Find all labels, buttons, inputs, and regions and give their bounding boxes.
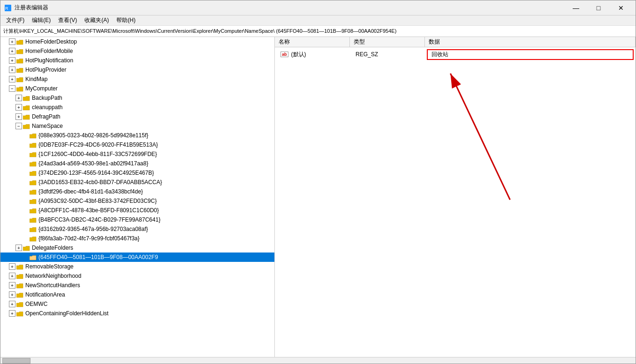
folder-icon bbox=[16, 76, 24, 82]
horizontal-scrollbar[interactable] bbox=[0, 357, 636, 364]
expand-btn[interactable]: + bbox=[9, 67, 15, 73]
expand-btn[interactable]: + bbox=[9, 48, 15, 54]
tree-item[interactable]: {3dfdf296-dbec-4fb4-81d1-6a3438bcf4de} bbox=[0, 187, 274, 196]
tree-item[interactable]: (645FFO40—5081—101B—9F08—00AA002F9 bbox=[0, 253, 274, 262]
expand-btn[interactable]: + bbox=[15, 95, 22, 101]
svg-marker-4 bbox=[16, 59, 23, 63]
svg-marker-16 bbox=[30, 171, 36, 176]
folder-icon bbox=[23, 95, 30, 101]
folder-icon bbox=[16, 273, 24, 279]
folder-icon bbox=[16, 67, 24, 73]
window-title: 注册表编辑器 bbox=[15, 4, 565, 12]
tree-item[interactable]: + HomeFolderDesktop bbox=[0, 37, 274, 46]
tree-item[interactable]: + OpenContainingFolderHiddenList bbox=[0, 309, 274, 318]
expand-btn[interactable]: + bbox=[15, 245, 22, 251]
ab-icon: ab bbox=[280, 52, 288, 57]
tree-item[interactable]: + RemovableStorage bbox=[0, 262, 274, 271]
svg-marker-8 bbox=[23, 96, 30, 101]
tree-label: NewShortcutHandlers bbox=[25, 282, 80, 289]
tree-label: {f86fa3ab-70d2-4fc7-9c99-fcbf05467f3a} bbox=[38, 235, 140, 242]
tree-item[interactable]: + HomeFolderMobile bbox=[0, 46, 274, 56]
tree-item[interactable]: + HotPlugProvider bbox=[0, 65, 274, 74]
tree-item[interactable]: {3ADD1653-EB32-4cb0-BBD7-DFA0ABB5ACCA} bbox=[0, 178, 274, 187]
tree-item[interactable]: {B4BFCC3A-DB2C-424C-B029-7FE99A87C641} bbox=[0, 215, 274, 224]
tree-item[interactable]: + DelegateFolders bbox=[0, 243, 274, 253]
expand-btn[interactable]: + bbox=[15, 113, 22, 120]
expand-btn[interactable]: + bbox=[9, 263, 15, 270]
svg-marker-7 bbox=[16, 87, 23, 91]
expand-btn[interactable]: + bbox=[15, 104, 22, 111]
expand-btn[interactable]: + bbox=[9, 57, 15, 64]
tree-item[interactable]: + NewShortcutHandlers bbox=[0, 281, 274, 290]
registry-row[interactable]: ab (默认) REG_SZ 回收站 bbox=[275, 49, 636, 59]
tree-label: {B4BFCC3A-DB2C-424C-B029-7FE99A87C641} bbox=[38, 216, 160, 223]
tree-label: {d3162b92-9365-467a-956b-92703aca08af} bbox=[38, 226, 148, 232]
tree-label: BackupPath bbox=[32, 95, 62, 101]
folder-icon bbox=[30, 217, 37, 223]
tree-item[interactable]: {A8CDFF1C-4878-43be-B5FD-F8091C1C60D0} bbox=[0, 206, 274, 215]
tree-item[interactable]: + OEMWC bbox=[0, 299, 274, 309]
svg-text:R: R bbox=[5, 6, 8, 11]
menu-view[interactable]: 查看(V) bbox=[54, 15, 81, 25]
right-content: ab (默认) REG_SZ 回收站 bbox=[275, 47, 636, 357]
folder-icon bbox=[16, 292, 24, 298]
expand-btn[interactable]: + bbox=[9, 291, 15, 298]
reg-type-cell: REG_SZ bbox=[352, 51, 427, 58]
maximize-button[interactable]: □ bbox=[588, 0, 609, 15]
tree-label: HotPlugNotification bbox=[25, 57, 73, 64]
tree-label: DefragPath bbox=[32, 113, 61, 120]
tree-item[interactable]: + DefragPath bbox=[0, 112, 274, 121]
expand-btn[interactable]: + bbox=[9, 273, 15, 279]
col-header-type: 类型 bbox=[350, 37, 425, 47]
tree-item[interactable]: {0DB7E03F-FC29-4DC6-9020-FF41B59E513A} bbox=[0, 140, 274, 149]
tree-label: (645FFO40—5081—101B—9F08—00AA002F9 bbox=[38, 254, 158, 260]
menu-favorites[interactable]: 收藏夹(A) bbox=[81, 15, 113, 25]
collapse-btn[interactable]: − bbox=[15, 123, 22, 129]
expand-btn[interactable]: + bbox=[9, 38, 15, 45]
tree-item[interactable]: + cleanuppath bbox=[0, 103, 274, 112]
tree-item[interactable]: − NameSpace bbox=[0, 121, 274, 131]
folder-icon bbox=[30, 198, 37, 204]
tree-item[interactable]: {f86fa3ab-70d2-4fc7-9c99-fcbf05467f3a} bbox=[0, 234, 274, 243]
tree-item[interactable]: + BackupPath bbox=[0, 93, 274, 103]
tree-label: {0DB7E03F-FC29-4DC6-9020-FF41B59E513A} bbox=[38, 141, 158, 148]
expand-btn[interactable]: + bbox=[9, 310, 15, 317]
svg-marker-20 bbox=[30, 208, 36, 213]
tree-item[interactable]: {24ad3ad4-a569-4530-98e1-ab02f9417aa8} bbox=[0, 159, 274, 168]
tree-label: {24ad3ad4-a569-4530-98e1-ab02f9417aa8} bbox=[38, 160, 148, 167]
reg-name-cell: ab (默认) bbox=[277, 51, 352, 59]
tree-item[interactable]: {A0953C92-50DC-43bf-BE83-3742FED03C9C} bbox=[0, 196, 274, 206]
tree-item[interactable]: − MyComputer bbox=[0, 84, 274, 93]
scrollbar-thumb[interactable] bbox=[2, 358, 30, 364]
svg-marker-3 bbox=[16, 49, 23, 54]
tree-item[interactable]: {374DE290-123F-4565-9164-39C4925E467B} bbox=[0, 168, 274, 178]
expand-btn[interactable]: + bbox=[9, 282, 15, 289]
menu-edit[interactable]: 编辑(E) bbox=[28, 15, 54, 25]
tree-label: {374DE290-123F-4565-9164-39C4925E467B} bbox=[38, 170, 154, 176]
right-pane: 名称 类型 数据 ab (默认) REG_SZ 回收站 bbox=[275, 37, 636, 357]
collapse-btn[interactable]: − bbox=[9, 85, 15, 92]
expand-btn[interactable]: + bbox=[9, 301, 15, 307]
menu-help[interactable]: 帮助(H) bbox=[113, 15, 139, 25]
folder-icon bbox=[30, 208, 37, 214]
tree-item[interactable]: + HotPlugNotification bbox=[0, 56, 274, 65]
minimize-button[interactable]: — bbox=[565, 0, 587, 15]
tree-label: {A0953C92-50DC-43bf-BE83-3742FED03C9C} bbox=[38, 198, 157, 204]
tree-item[interactable]: {088e3905-0323-4b02-9826-5d99428e115f} bbox=[0, 131, 274, 140]
folder-icon bbox=[16, 58, 24, 64]
svg-marker-30 bbox=[16, 302, 23, 307]
tree-item[interactable]: + NotificationArea bbox=[0, 290, 274, 299]
app-icon: R bbox=[4, 4, 12, 12]
tree-pane[interactable]: + HomeFolderDesktop+ HomeFolderMobile+ H… bbox=[0, 37, 275, 357]
reg-name-label: (默认) bbox=[291, 51, 306, 59]
close-button[interactable]: ✕ bbox=[610, 0, 632, 15]
svg-marker-10 bbox=[23, 115, 30, 119]
expand-btn[interactable]: + bbox=[9, 76, 15, 82]
tree-item[interactable]: + KindMap bbox=[0, 74, 274, 84]
tree-item[interactable]: {d3162b92-9365-467a-956b-92703aca08af} bbox=[0, 224, 274, 234]
menu-file[interactable]: 文件(F) bbox=[2, 15, 28, 25]
tree-item[interactable]: {1CF1260C-4DD0-4ebb-811F-33C572699FDE} bbox=[0, 149, 274, 159]
folder-icon bbox=[30, 226, 37, 232]
tree-item[interactable]: + NetworkNeighborhood bbox=[0, 271, 274, 281]
tree-label: {3ADD1653-EB32-4cb0-BBD7-DFA0ABB5ACCA} bbox=[38, 179, 162, 186]
